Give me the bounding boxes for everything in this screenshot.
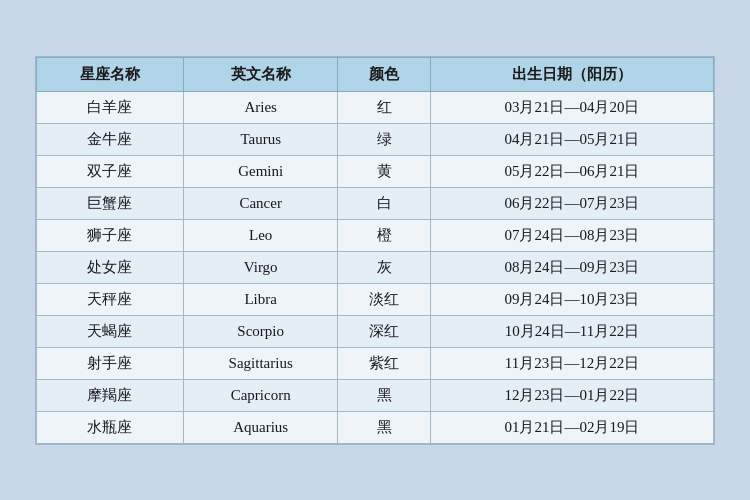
cell-english-name: Gemini (183, 155, 338, 187)
cell-dates: 07月24日—08月23日 (430, 219, 713, 251)
cell-chinese-name: 巨蟹座 (37, 187, 184, 219)
header-chinese-name: 星座名称 (37, 57, 184, 91)
cell-dates: 08月24日—09月23日 (430, 251, 713, 283)
table-row: 射手座Sagittarius紫红11月23日—12月22日 (37, 347, 714, 379)
cell-color: 橙 (338, 219, 431, 251)
cell-color: 紫红 (338, 347, 431, 379)
cell-english-name: Taurus (183, 123, 338, 155)
cell-dates: 05月22日—06月21日 (430, 155, 713, 187)
cell-english-name: Aries (183, 91, 338, 123)
table-row: 狮子座Leo橙07月24日—08月23日 (37, 219, 714, 251)
cell-dates: 11月23日—12月22日 (430, 347, 713, 379)
cell-english-name: Leo (183, 219, 338, 251)
table-row: 摩羯座Capricorn黑12月23日—01月22日 (37, 379, 714, 411)
cell-chinese-name: 金牛座 (37, 123, 184, 155)
table-row: 水瓶座Aquarius黑01月21日—02月19日 (37, 411, 714, 443)
cell-chinese-name: 摩羯座 (37, 379, 184, 411)
cell-color: 白 (338, 187, 431, 219)
table-row: 天蝎座Scorpio深红10月24日—11月22日 (37, 315, 714, 347)
cell-color: 黄 (338, 155, 431, 187)
cell-color: 深红 (338, 315, 431, 347)
header-birthdate: 出生日期（阳历） (430, 57, 713, 91)
cell-english-name: Capricorn (183, 379, 338, 411)
header-english-name: 英文名称 (183, 57, 338, 91)
cell-chinese-name: 射手座 (37, 347, 184, 379)
cell-chinese-name: 处女座 (37, 251, 184, 283)
cell-english-name: Virgo (183, 251, 338, 283)
zodiac-table-container: 星座名称 英文名称 颜色 出生日期（阳历） 白羊座Aries红03月21日—04… (35, 56, 715, 445)
cell-color: 黑 (338, 411, 431, 443)
cell-color: 绿 (338, 123, 431, 155)
table-row: 金牛座Taurus绿04月21日—05月21日 (37, 123, 714, 155)
cell-color: 淡红 (338, 283, 431, 315)
cell-chinese-name: 水瓶座 (37, 411, 184, 443)
cell-dates: 06月22日—07月23日 (430, 187, 713, 219)
header-color: 颜色 (338, 57, 431, 91)
cell-dates: 12月23日—01月22日 (430, 379, 713, 411)
cell-dates: 03月21日—04月20日 (430, 91, 713, 123)
table-row: 处女座Virgo灰08月24日—09月23日 (37, 251, 714, 283)
table-body: 白羊座Aries红03月21日—04月20日金牛座Taurus绿04月21日—0… (37, 91, 714, 443)
table-header-row: 星座名称 英文名称 颜色 出生日期（阳历） (37, 57, 714, 91)
table-row: 双子座Gemini黄05月22日—06月21日 (37, 155, 714, 187)
cell-chinese-name: 白羊座 (37, 91, 184, 123)
table-row: 天秤座Libra淡红09月24日—10月23日 (37, 283, 714, 315)
cell-color: 灰 (338, 251, 431, 283)
table-row: 白羊座Aries红03月21日—04月20日 (37, 91, 714, 123)
cell-english-name: Libra (183, 283, 338, 315)
cell-color: 黑 (338, 379, 431, 411)
cell-chinese-name: 天秤座 (37, 283, 184, 315)
cell-english-name: Aquarius (183, 411, 338, 443)
cell-dates: 04月21日—05月21日 (430, 123, 713, 155)
cell-english-name: Sagittarius (183, 347, 338, 379)
cell-english-name: Cancer (183, 187, 338, 219)
cell-chinese-name: 狮子座 (37, 219, 184, 251)
cell-chinese-name: 天蝎座 (37, 315, 184, 347)
cell-dates: 01月21日—02月19日 (430, 411, 713, 443)
cell-dates: 10月24日—11月22日 (430, 315, 713, 347)
cell-dates: 09月24日—10月23日 (430, 283, 713, 315)
cell-english-name: Scorpio (183, 315, 338, 347)
cell-chinese-name: 双子座 (37, 155, 184, 187)
table-row: 巨蟹座Cancer白06月22日—07月23日 (37, 187, 714, 219)
zodiac-table: 星座名称 英文名称 颜色 出生日期（阳历） 白羊座Aries红03月21日—04… (36, 57, 714, 444)
cell-color: 红 (338, 91, 431, 123)
